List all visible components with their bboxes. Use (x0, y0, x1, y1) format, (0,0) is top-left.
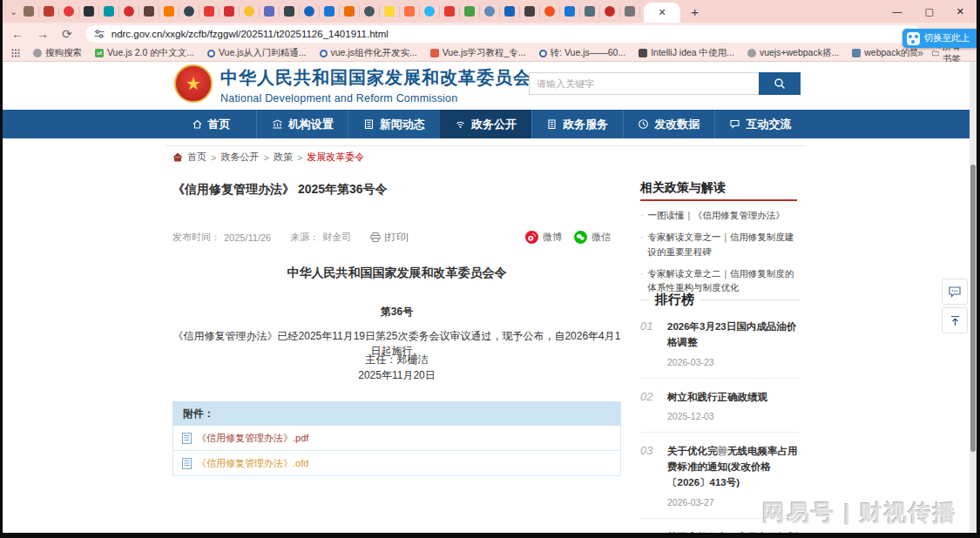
tab-search-chevron-icon[interactable]: ⌄ (10, 6, 17, 17)
print-button[interactable]: |打印| (370, 231, 409, 244)
attachment-link-pdf[interactable]: 《信用修复管理办法》.pdf (197, 432, 308, 445)
pinned-tab-favicon[interactable] (384, 6, 395, 17)
pinned-tab-favicon[interactable] (444, 6, 455, 17)
minimize-button[interactable]: — (892, 6, 902, 17)
related-policy-link[interactable]: 一图读懂｜《信用修复管理办法》 (648, 208, 785, 222)
related-policy-link[interactable]: 专家解读文章之二｜信用修复制度的体系性重构与制度优化 (648, 266, 801, 295)
tab-close-icon[interactable]: ✕ (659, 8, 666, 17)
pinned-tab-favicon[interactable] (585, 6, 595, 17)
bookmark-item[interactable]: 转: Vue.js——60... (539, 47, 626, 59)
ranking-item-title[interactable]: 2026年3月23日国内成品油价格调整 (667, 319, 800, 351)
pinned-tab-favicon[interactable] (544, 6, 555, 17)
nav-item-news[interactable]: 新闻动态 (348, 110, 439, 138)
breadcrumb-home[interactable]: 首页 (187, 151, 206, 164)
bookmarks-bar: 搜狗搜索sfVue.js 2.0 的中文文...Vue.js从入门到精通...v… (3, 45, 977, 62)
pinned-tab-favicon[interactable] (404, 6, 415, 17)
pinned-tab-favicon[interactable] (344, 6, 355, 17)
bookmark-item[interactable]: 搜狗搜索 (33, 47, 82, 59)
url-text[interactable]: ndrc.gov.cn/xxgk/zcfb/fzggwl/202511/t202… (112, 29, 389, 39)
pinned-tab-favicon[interactable] (304, 6, 314, 17)
back-to-top-button[interactable] (942, 307, 968, 333)
related-policy-link[interactable]: 专家解读文章之一｜信用修复制度建设的重要里程碑 (648, 230, 801, 259)
pinned-tab-favicon[interactable] (164, 6, 174, 17)
pinned-tab-favicon[interactable] (484, 6, 495, 17)
pinned-tab-favicon[interactable] (24, 6, 34, 17)
pinned-tab-favicon[interactable] (224, 6, 234, 17)
scrollbar-thumb[interactable] (970, 165, 976, 452)
ranking-item-title[interactable]: 树立和践行正确政绩观 (667, 390, 767, 406)
pinned-tab-favicon[interactable] (184, 6, 194, 17)
pinned-tab-favicon[interactable] (104, 6, 114, 17)
search-button[interactable] (759, 72, 801, 95)
tab-separator (299, 6, 300, 17)
reload-button[interactable]: ⟳ (62, 28, 72, 40)
new-tab-button[interactable]: + (691, 4, 699, 19)
nav-item-gov-disclosure[interactable]: 政务公开 (439, 110, 531, 138)
tab-separator (259, 6, 260, 17)
pinned-tab-favicon[interactable] (44, 6, 54, 17)
breadcrumb-current[interactable]: 发展改革委令 (307, 151, 364, 164)
nav-label: 首页 (208, 117, 231, 132)
share-weibo-button[interactable]: 微博 (525, 231, 562, 244)
pinned-tab-favicon[interactable] (84, 6, 94, 17)
tab-separator (139, 6, 139, 17)
ranking-item-title[interactable]: 关于优化完善无线电频率占用费标准的通知(发改价格〔2026〕413号) (667, 444, 800, 490)
breadcrumb-policy[interactable]: 政策 (274, 151, 293, 164)
search-input[interactable] (529, 72, 759, 95)
pinned-tab-favicon[interactable] (244, 6, 254, 17)
forward-button[interactable]: → (37, 28, 49, 40)
related-policy-item[interactable]: · 一图读懂｜《信用修复管理办法》 (640, 208, 800, 222)
share-wechat-button[interactable]: 微信 (574, 231, 611, 244)
tab-separator (379, 6, 380, 17)
pinned-tab-favicon[interactable] (524, 6, 535, 17)
pinned-tab-favicon[interactable] (284, 6, 294, 17)
breadcrumb-gov-disclosure[interactable]: 政务公开 (220, 151, 259, 164)
related-policy-item[interactable]: · 专家解读文章之二｜信用修复制度的体系性重构与制度优化 (640, 266, 800, 295)
apps-grid-icon[interactable] (11, 49, 20, 57)
pinned-tab-favicon[interactable] (64, 6, 74, 17)
bookmark-item[interactable]: vuejs+webpack搭... (747, 47, 839, 59)
decree-date: 2025年11月20日 (172, 368, 621, 383)
print-label[interactable]: |打印| (384, 231, 409, 244)
pinned-tab-favicon[interactable] (605, 6, 615, 17)
page-scrollbar[interactable] (970, 62, 977, 533)
bookmarks-overflow-chevron[interactable]: » (917, 47, 923, 59)
active-tab[interactable]: ✕ (644, 3, 680, 23)
ranking-item-title[interactable]: 关于完善发电侧容量电价机制的通知(发改价格〔2026〕114号) (667, 530, 800, 533)
extension-badge-icon (907, 32, 920, 45)
source: 来源：财金司 (290, 231, 351, 244)
attachment-link-ofd[interactable]: 《信用修复管理办法》.ofd (197, 457, 308, 470)
bookmark-item[interactable]: IntelliJ idea 中使用... (639, 47, 734, 59)
nav-item-ndrc-data[interactable]: 发改数据 (623, 110, 714, 138)
pinned-tab-favicon[interactable] (364, 6, 375, 17)
extension-popup-badge[interactable]: 切换至此上 (902, 29, 977, 48)
site-settings-icon[interactable] (94, 29, 105, 39)
pinned-tab-favicon[interactable] (144, 6, 154, 17)
pinned-tab-favicon[interactable] (324, 6, 335, 17)
related-policy-item[interactable]: · 专家解读文章之一｜信用修复制度建设的重要里程碑 (640, 230, 800, 259)
bookmark-item[interactable]: Vue.js从入门到精通... (207, 47, 307, 59)
pinned-tab-favicon[interactable] (504, 6, 515, 17)
back-button[interactable]: ← (11, 28, 24, 40)
pinned-tab-favicon[interactable] (564, 6, 575, 17)
nav-item-home[interactable]: 首页 (166, 110, 256, 138)
pinned-tab-favicon[interactable] (464, 6, 475, 17)
nav-item-organization[interactable]: 机构设置 (256, 110, 348, 138)
pinned-tab-favicon[interactable] (424, 6, 435, 17)
pinned-tab-favicon[interactable] (204, 6, 214, 17)
pinned-tab-favicon[interactable] (625, 6, 635, 17)
comment-button[interactable] (942, 279, 968, 305)
bookmark-item[interactable]: webpack的简单配... (852, 47, 917, 59)
nav-item-gov-services[interactable]: 政务服务 (531, 110, 623, 138)
bookmark-item[interactable]: sfVue.js 2.0 的中文文... (95, 47, 194, 59)
address-bar[interactable]: ndrc.gov.cn/xxgk/zcfb/fzggwl/202511/t202… (85, 25, 923, 43)
article-meta: 发布时间：2025/11/26 来源：财金司 |打印| 微博 微 (172, 231, 621, 244)
bookmark-item[interactable]: vue.js组件化开发实... (320, 47, 417, 59)
attachment-row: 《信用修复管理办法》.pdf (172, 426, 621, 451)
close-button[interactable]: ✕ (956, 6, 964, 17)
pinned-tab-favicon[interactable] (124, 6, 134, 17)
pinned-tab-favicon[interactable] (264, 6, 274, 17)
bookmark-item[interactable]: Vue.js学习教程_专... (430, 47, 526, 59)
maximize-button[interactable]: ▢ (924, 6, 933, 17)
nav-item-interaction[interactable]: 互动交流 (714, 110, 806, 138)
